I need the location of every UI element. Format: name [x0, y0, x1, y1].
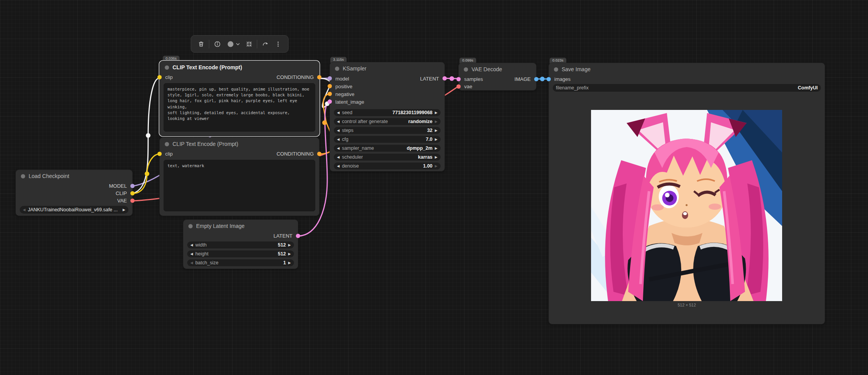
- height-widget[interactable]: ◀ height 512 ▶: [187, 250, 294, 257]
- link-dot-latent[interactable]: [449, 76, 454, 81]
- node-clip-text-encode-negative[interactable]: CLIP Text Encode (Prompt) clip CONDITION…: [159, 137, 320, 216]
- preview-resolution-caption: 512 × 512: [549, 303, 825, 307]
- widget-value: JANKUTrainedNoobaiRouwei_v69.safe ...: [28, 207, 120, 212]
- node-titlebar[interactable]: Save Image: [549, 63, 825, 75]
- trash-icon[interactable]: [196, 39, 206, 49]
- link-dot-conditioning-negative[interactable]: [322, 120, 327, 125]
- node-titlebar[interactable]: CLIP Text Encode (Prompt): [160, 61, 319, 74]
- chevron-down-icon: [236, 43, 239, 45]
- output-port-image[interactable]: [534, 77, 538, 81]
- output-port-latent[interactable]: [443, 76, 447, 80]
- node-load-checkpoint[interactable]: Load Checkpoint MODEL CLIP VAE ◀ JANKUTr…: [15, 170, 133, 216]
- control-after-generate-widget[interactable]: ◀ control after generate randomize ▶: [334, 118, 441, 125]
- widget-label: cfg: [342, 137, 349, 142]
- ckpt-name-widget[interactable]: ◀ JANKUTrainedNoobaiRouwei_v69.safe ... …: [20, 206, 128, 214]
- decrement-icon[interactable]: ◀: [337, 147, 340, 150]
- node-vae-decode[interactable]: VAE Decode samples IMAGE vae: [458, 63, 537, 91]
- collapse-icon[interactable]: [244, 39, 254, 49]
- input-port-latent-image[interactable]: [328, 99, 332, 104]
- input-port-negative[interactable]: [328, 92, 332, 96]
- input-label: samples: [464, 76, 483, 82]
- seed-widget[interactable]: ◀ seed 771823011999068 ▶: [334, 109, 441, 116]
- decrement-icon[interactable]: ◀: [190, 261, 193, 265]
- link-dot-clip-1[interactable]: [146, 133, 150, 138]
- increment-icon[interactable]: ▶: [435, 129, 437, 132]
- steps-widget[interactable]: ◀ steps 32 ▶: [334, 127, 441, 134]
- decrement-icon[interactable]: ◀: [337, 138, 340, 141]
- input-label: images: [554, 76, 571, 82]
- decrement-icon[interactable]: ◀: [337, 164, 340, 168]
- output-port-clip[interactable]: [130, 191, 135, 195]
- widget-label: height: [195, 251, 208, 257]
- increment-icon[interactable]: ▶: [435, 111, 437, 115]
- input-port-images[interactable]: [547, 77, 551, 81]
- widget-value: 7.0: [426, 137, 432, 142]
- node-save-image[interactable]: Save Image images filename_prefix ComfyU…: [548, 63, 825, 324]
- next-option-icon[interactable]: ▶: [123, 208, 125, 212]
- increment-icon[interactable]: ▶: [435, 156, 437, 159]
- prompt-textarea[interactable]: text, watermark: [164, 160, 315, 211]
- node-titlebar[interactable]: CLIP Text Encode (Prompt): [160, 138, 319, 150]
- output-port-latent[interactable]: [296, 234, 300, 238]
- scheduler-widget[interactable]: ◀ scheduler karras ▶: [334, 154, 441, 161]
- decrement-icon[interactable]: ◀: [190, 252, 193, 256]
- node-graph-canvas[interactable]: 0.036s CLIP Text Encode (Prompt) clip CO…: [0, 0, 868, 375]
- input-port-clip[interactable]: [157, 75, 162, 79]
- output-port-conditioning[interactable]: [317, 152, 321, 156]
- input-port-positive[interactable]: [328, 84, 332, 88]
- node-clip-text-encode-positive[interactable]: CLIP Text Encode (Prompt) clip CONDITION…: [159, 61, 320, 136]
- node-titlebar[interactable]: KSampler: [330, 62, 444, 75]
- increment-icon[interactable]: ▶: [435, 120, 437, 123]
- widget-value: ComfyUI: [798, 85, 818, 91]
- denoise-widget[interactable]: ◀ denoise 1.00 ▶: [334, 163, 441, 170]
- input-port-samples[interactable]: [456, 77, 461, 81]
- node-collapse-dot[interactable]: [165, 142, 169, 146]
- node-titlebar[interactable]: VAE Decode: [459, 63, 536, 75]
- node-collapse-dot[interactable]: [21, 174, 25, 178]
- node-titlebar[interactable]: Empty Latent Image: [183, 220, 298, 232]
- node-collapse-dot[interactable]: [464, 67, 468, 72]
- increment-icon[interactable]: ▶: [288, 243, 291, 247]
- output-port-model[interactable]: [130, 184, 135, 188]
- decrement-icon[interactable]: ◀: [337, 111, 340, 115]
- decrement-icon[interactable]: ◀: [337, 129, 340, 132]
- decrement-icon[interactable]: ◀: [337, 156, 340, 159]
- prompt-textarea[interactable]: masterpiece, pin up, best quality, anime…: [164, 83, 315, 132]
- info-icon[interactable]: [212, 39, 222, 49]
- node-color-swatch[interactable]: [225, 39, 241, 49]
- input-port-clip[interactable]: [157, 152, 162, 156]
- node-empty-latent-image[interactable]: Empty Latent Image LATENT ◀ width 512 ▶ …: [183, 219, 298, 269]
- input-port-model[interactable]: [328, 76, 332, 80]
- increment-icon[interactable]: ▶: [288, 261, 291, 265]
- node-collapse-dot[interactable]: [554, 67, 558, 72]
- cfg-widget[interactable]: ◀ cfg 7.0 ▶: [334, 136, 441, 143]
- input-label: positive: [335, 84, 352, 89]
- kebab-menu-icon[interactable]: [273, 39, 283, 49]
- increment-icon[interactable]: ▶: [435, 147, 437, 150]
- run-arrow-icon[interactable]: [260, 39, 270, 49]
- node-ksampler[interactable]: KSampler model LATENT positive negative …: [330, 62, 445, 171]
- output-port-conditioning[interactable]: [317, 75, 321, 79]
- output-preview-image[interactable]: [591, 110, 782, 301]
- increment-icon[interactable]: ▶: [435, 164, 437, 168]
- link-dot-clip-2[interactable]: [145, 171, 149, 176]
- decrement-icon[interactable]: ◀: [190, 243, 193, 247]
- output-port-vae[interactable]: [130, 199, 135, 203]
- previous-option-icon[interactable]: ◀: [23, 208, 26, 212]
- increment-icon[interactable]: ▶: [435, 138, 437, 141]
- node-collapse-dot[interactable]: [335, 67, 339, 71]
- sampler-name-widget[interactable]: ◀ sampler_name dpmpp_2m ▶: [334, 145, 441, 152]
- link-dot-image[interactable]: [540, 77, 545, 81]
- decrement-icon[interactable]: ◀: [337, 120, 340, 123]
- width-widget[interactable]: ◀ width 512 ▶: [187, 241, 294, 248]
- widget-value: karras: [418, 154, 433, 160]
- output-label: CONDITIONING: [277, 74, 314, 80]
- node-collapse-dot[interactable]: [188, 224, 193, 228]
- node-titlebar[interactable]: Load Checkpoint: [16, 170, 132, 182]
- input-port-vae[interactable]: [456, 84, 461, 89]
- filename-prefix-widget[interactable]: filename_prefix ComfyUI: [553, 84, 821, 92]
- node-collapse-dot[interactable]: [165, 65, 169, 70]
- widget-value: 32: [427, 128, 432, 133]
- increment-icon[interactable]: ▶: [288, 252, 291, 256]
- batch-size-widget[interactable]: ◀ batch_size 1 ▶: [187, 259, 294, 266]
